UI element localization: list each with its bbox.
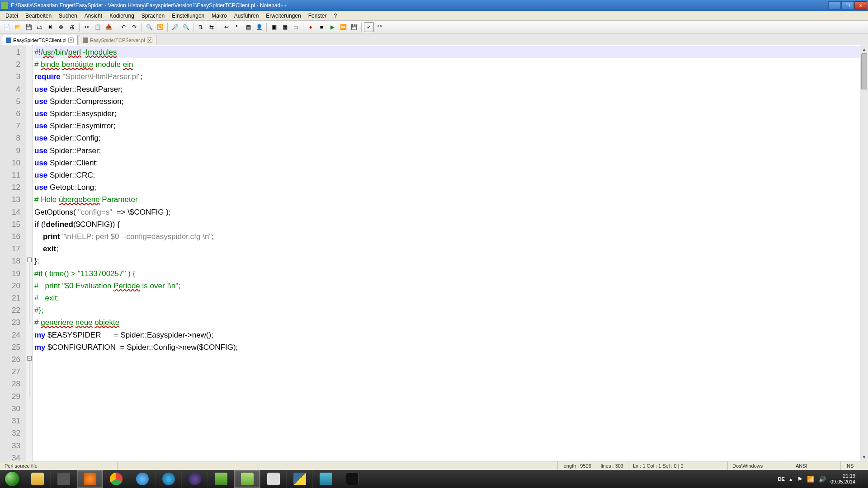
tray-flag-icon[interactable]: ▴ xyxy=(789,476,793,483)
taskbar-eclipse[interactable] xyxy=(182,470,208,488)
scroll-down-icon[interactable]: ▼ xyxy=(860,453,868,461)
taskbar-app2[interactable] xyxy=(156,470,182,488)
show-all-chars-icon[interactable]: ¶ xyxy=(232,22,242,32)
menu-ausfuehren[interactable]: Ausführen xyxy=(231,12,263,20)
tab-close-icon[interactable]: × xyxy=(68,38,74,43)
taskbar-app1[interactable] xyxy=(51,470,77,488)
lang-icon[interactable]: 👤 xyxy=(254,22,264,32)
code-line[interactable]: #!/usr/bin/perl -Imodules xyxy=(34,46,860,58)
menu-help[interactable]: ? xyxy=(330,12,340,20)
record-macro-icon[interactable]: ● xyxy=(306,22,316,32)
code-line[interactable]: use Getopt::Long; xyxy=(34,181,860,193)
close-all-icon[interactable]: ⊗ xyxy=(56,22,66,32)
tray-volume-icon[interactable]: 🔊 xyxy=(819,476,826,483)
menu-kodierung[interactable]: Kodierung xyxy=(106,12,138,20)
tray-network-icon[interactable]: 📶 xyxy=(807,476,814,483)
code-line[interactable]: # exit; xyxy=(34,292,860,304)
code-line[interactable]: require "Spider\\HtmlParser.pl"; xyxy=(34,70,860,83)
start-button[interactable] xyxy=(0,470,24,488)
close-file-icon[interactable]: ✖ xyxy=(45,22,55,32)
scrollbar-thumb[interactable] xyxy=(861,53,867,89)
code-line[interactable]: exit; xyxy=(34,243,860,255)
language-indicator[interactable]: DE xyxy=(778,476,785,482)
code-line[interactable]: #if ( time() > "1133700257" ) { xyxy=(34,267,860,280)
code-line[interactable]: use Spider::CRC; xyxy=(34,169,860,181)
editor[interactable]: 1234567891011121314151617181920212223242… xyxy=(0,45,868,461)
replace-icon[interactable]: 🔁 xyxy=(155,22,165,32)
save-icon[interactable]: 💾 xyxy=(24,22,33,32)
code-line[interactable]: use Spider::Easyspider; xyxy=(34,108,860,120)
fold-toggle-icon[interactable]: − xyxy=(27,258,32,262)
close-button[interactable]: ✕ xyxy=(854,1,867,9)
fold-toggle-icon[interactable]: − xyxy=(27,356,32,361)
tray-clock[interactable]: 21:19 09.05.2014 xyxy=(830,473,855,485)
tab-easyspidertcpclient[interactable]: EasySpiderTCPClient.pl × xyxy=(2,35,78,45)
menu-suchen[interactable]: Suchen xyxy=(55,12,81,20)
status-encoding[interactable]: ANSI xyxy=(791,461,841,470)
code-line[interactable]: print "\nHELP: perl $0 --config=easyspid… xyxy=(34,230,860,243)
code-line[interactable]: use Spider::ResultParser; xyxy=(34,83,860,95)
vertical-scrollbar[interactable]: ▲ ▼ xyxy=(860,45,868,461)
code-line[interactable]: use Spider::Compression; xyxy=(34,95,860,108)
taskbar-notepadpp[interactable] xyxy=(234,470,260,488)
code-line[interactable]: GetOptions( "config=s" => \$CONFIG ); xyxy=(34,206,860,218)
redo-icon[interactable]: ↷ xyxy=(129,22,139,32)
wordwrap-icon[interactable]: ↩ xyxy=(222,22,231,32)
fast-play-icon[interactable]: ⏩ xyxy=(338,22,348,32)
taskbar-app3[interactable] xyxy=(260,470,287,488)
code-line[interactable]: # binde benötigte module ein xyxy=(34,58,860,70)
save-all-icon[interactable]: 🗃 xyxy=(34,22,44,32)
show-desktop-button[interactable] xyxy=(860,471,863,487)
stop-macro-icon[interactable]: ■ xyxy=(316,22,326,32)
maximize-button[interactable]: ❐ xyxy=(841,1,854,9)
collapse-icon[interactable]: ▭ xyxy=(291,22,301,32)
zoom-out-icon[interactable]: 🔍 xyxy=(181,22,191,32)
sync-v-icon[interactable]: ⇅ xyxy=(196,22,206,32)
code-line[interactable]: }; xyxy=(34,255,860,267)
tray-action-icon[interactable]: ⚑ xyxy=(797,476,802,483)
taskbar-firefox[interactable] xyxy=(77,470,103,488)
status-eol[interactable]: Dos\Windows xyxy=(728,461,791,470)
taskbar-chrome[interactable] xyxy=(103,470,129,488)
code-line[interactable]: use Spider::Parser; xyxy=(34,145,860,157)
undo-icon[interactable]: ↶ xyxy=(118,22,128,32)
code-line[interactable]: use Spider::Easymirror; xyxy=(34,120,860,132)
menu-bearbeiten[interactable]: Bearbeiten xyxy=(22,12,55,20)
cut-icon[interactable]: ✂ xyxy=(82,22,92,32)
taskbar-cube[interactable] xyxy=(313,470,339,488)
minimize-button[interactable]: — xyxy=(828,1,841,9)
save-macro-icon[interactable]: 💾 xyxy=(349,22,359,32)
code-line[interactable]: # Hole übergebene Parameter xyxy=(34,193,860,206)
menu-ansicht[interactable]: Ansicht xyxy=(81,12,106,20)
menu-fenster[interactable]: Fenster xyxy=(305,12,330,20)
fold-icon[interactable]: ▣ xyxy=(269,22,279,32)
play-macro-icon[interactable]: ▶ xyxy=(327,22,337,32)
taskbar-shield[interactable] xyxy=(208,470,234,488)
code-area[interactable]: #!/usr/bin/perl -Imodules# binde benötig… xyxy=(33,45,860,461)
find-icon[interactable]: 🔍 xyxy=(144,22,154,32)
code-line[interactable]: use Spider::Client; xyxy=(34,157,860,169)
print-icon[interactable]: 🖨 xyxy=(67,22,77,32)
tab-easyspidertcpserver[interactable]: EasySpiderTCPServer.pl × xyxy=(79,35,156,45)
code-line[interactable]: #}; xyxy=(34,304,860,316)
tab-close-icon[interactable]: × xyxy=(147,38,152,43)
menu-datei[interactable]: Datei xyxy=(2,12,22,20)
code-line[interactable]: # generiere neue objekte xyxy=(34,316,860,328)
code-line[interactable]: my $CONFIGURATION = Spider::Config->new(… xyxy=(34,341,860,353)
code-line[interactable]: if (!defined($CONFIG)) { xyxy=(34,218,860,230)
taskbar-explorer[interactable] xyxy=(24,470,51,488)
code-line[interactable]: my $EASYSPIDER = Spider::Easyspider->new… xyxy=(34,329,860,341)
zoom-in-icon[interactable]: 🔎 xyxy=(170,22,180,32)
unfold-icon[interactable]: ▦ xyxy=(280,22,290,32)
copy-icon[interactable]: 📋 xyxy=(93,22,103,32)
menu-makro[interactable]: Makro xyxy=(208,12,230,20)
status-insert-mode[interactable]: INS xyxy=(841,461,868,470)
menu-einstellungen[interactable]: Einstellungen xyxy=(168,12,208,20)
open-file-icon[interactable]: 📂 xyxy=(13,22,23,32)
indent-guide-icon[interactable]: ▤ xyxy=(243,22,253,32)
menu-sprachen[interactable]: Sprachen xyxy=(138,12,168,20)
sync-h-icon[interactable]: ⇆ xyxy=(207,22,217,32)
new-file-icon[interactable]: 📄 xyxy=(2,22,12,32)
menu-erweiterungen[interactable]: Erweiterungen xyxy=(262,12,304,20)
code-line[interactable]: # print "$0 Evaluation Periode is over !… xyxy=(34,280,860,292)
